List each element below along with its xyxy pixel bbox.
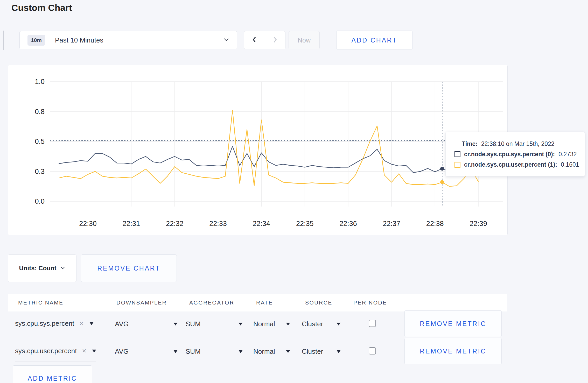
dropdown-arrow-icon[interactable]: [92, 350, 96, 352]
source-select[interactable]: Cluster: [302, 338, 341, 365]
x-axis-label: 22:30: [79, 220, 97, 228]
aggregator-select[interactable]: SUM: [186, 338, 243, 365]
dropdown-arrow-icon[interactable]: [89, 322, 94, 325]
units-label: Units: Count: [19, 265, 57, 272]
chart-tooltip: Time: 22:38:10 on Mar 15th, 2022 cr.node…: [445, 132, 585, 176]
clear-metric-icon[interactable]: ×: [79, 319, 83, 328]
aggregator-select[interactable]: SUM: [186, 310, 243, 337]
remove-metric-button[interactable]: REMOVE METRIC: [404, 338, 502, 364]
column-header-source: SOURCE: [305, 300, 332, 306]
now-button[interactable]: Now: [289, 31, 320, 49]
page-title: Custom Chart: [11, 3, 72, 13]
downsampler-select-value: AVG: [115, 320, 129, 328]
metric-row: sys.cpu.user.percent×AVGSUMNormalCluster…: [8, 338, 507, 365]
rate-select-value: Normal: [253, 320, 275, 328]
metrics-table-header: METRIC NAME DOWNSAMPLER AGGREGATOR RATE …: [8, 294, 507, 311]
prev-time-button[interactable]: [244, 31, 265, 49]
tooltip-series-label: cr.node.sys.cpu.sys.percent (0):: [464, 151, 555, 158]
units-dropdown[interactable]: Units: Count: [8, 254, 76, 282]
tooltip-series-label: cr.node.sys.cpu.user.percent (1):: [464, 161, 557, 168]
dropdown-arrow-icon: [173, 323, 178, 325]
x-axis-label: 22:31: [123, 220, 140, 228]
x-axis-label: 22:32: [166, 220, 184, 228]
aggregator-select-value: SUM: [186, 347, 201, 356]
downsampler-select-value: AVG: [115, 347, 129, 356]
metric-name-dropdown[interactable]: sys.cpu.user.percent×: [15, 342, 96, 361]
per-node-checkbox[interactable]: [369, 320, 376, 327]
tooltip-series-value: 0.2732: [558, 151, 577, 158]
clear-metric-icon[interactable]: ×: [82, 347, 86, 355]
add-metric-button[interactable]: ADD METRIC: [13, 365, 92, 383]
dropdown-arrow-icon: [337, 323, 341, 325]
series-line-user: [59, 110, 478, 186]
x-axis-label: 22:38: [426, 220, 444, 228]
y-axis-label: 0.5: [35, 138, 45, 145]
remove-chart-button[interactable]: REMOVE CHART: [81, 254, 177, 282]
y-axis-label: 0.8: [35, 108, 45, 116]
series-line-sys: [59, 146, 478, 173]
chevron-down-icon: [223, 38, 229, 42]
x-axis-label: 22:37: [383, 220, 401, 228]
column-header-metric-name: METRIC NAME: [18, 300, 64, 306]
x-axis-label: 22:33: [209, 220, 227, 228]
add-chart-button[interactable]: ADD CHART: [336, 31, 412, 50]
x-axis-label: 22:34: [253, 220, 270, 228]
per-node-checkbox[interactable]: [369, 347, 376, 354]
rate-select[interactable]: Normal: [253, 310, 290, 337]
x-axis-label: 22:36: [339, 220, 357, 228]
downsampler-select[interactable]: AVG: [115, 338, 178, 365]
column-header-rate: RATE: [256, 300, 273, 306]
dropdown-arrow-icon: [239, 323, 243, 325]
y-axis-label: 0.0: [35, 197, 45, 205]
tooltip-series-value: 0.1601: [561, 161, 579, 168]
time-nav-group: [244, 31, 285, 49]
x-axis-label: 22:35: [296, 220, 314, 228]
next-time-button[interactable]: [265, 31, 285, 49]
column-header-per-node: PER NODE: [353, 300, 387, 306]
chevron-left-icon: [252, 36, 257, 44]
custom-chart-plot[interactable]: 0.00.30.50.81.022:3022:3122:3222:3322:34…: [8, 65, 507, 235]
sys-series-swatch: [454, 151, 460, 157]
column-header-downsampler: DOWNSAMPLER: [116, 300, 167, 306]
remove-metric-button[interactable]: REMOVE METRIC: [404, 310, 502, 337]
metric-name-dropdown[interactable]: sys.cpu.sys.percent×: [15, 314, 94, 334]
time-range-dropdown[interactable]: 10m Past 10 Minutes: [19, 31, 237, 49]
crosshair-point: [440, 180, 444, 184]
source-select-value: Cluster: [302, 347, 323, 356]
downsampler-select[interactable]: AVG: [115, 310, 178, 337]
metric-name-value: sys.cpu.sys.percent: [15, 320, 74, 328]
tooltip-time-label: Time:: [462, 140, 478, 147]
time-range-badge: 10m: [27, 35, 45, 46]
user-series-swatch: [454, 162, 460, 168]
rate-select[interactable]: Normal: [253, 338, 290, 365]
rate-select-value: Normal: [253, 347, 275, 356]
y-axis-label: 0.3: [35, 168, 45, 175]
column-header-aggregator: AGGREGATOR: [189, 300, 234, 306]
source-select[interactable]: Cluster: [302, 310, 341, 337]
time-range-label: Past 10 Minutes: [55, 36, 103, 44]
left-divider: [3, 31, 4, 50]
y-axis-label: 1.0: [35, 78, 45, 86]
dropdown-arrow-icon: [173, 350, 178, 353]
dropdown-arrow-icon: [239, 350, 243, 353]
crosshair-point: [440, 167, 444, 171]
x-axis-label: 22:39: [470, 220, 487, 228]
dropdown-arrow-icon: [286, 323, 290, 325]
metric-name-value: sys.cpu.user.percent: [15, 347, 77, 355]
metric-row: sys.cpu.sys.percent×AVGSUMNormalClusterR…: [8, 310, 507, 337]
chevron-right-icon: [272, 36, 278, 44]
source-select-value: Cluster: [302, 320, 323, 328]
dropdown-arrow-icon: [286, 350, 290, 353]
tooltip-time-value: 22:38:10 on Mar 15th, 2022: [481, 140, 555, 147]
dropdown-arrow-icon: [337, 350, 341, 353]
chevron-down-icon: [60, 266, 65, 271]
aggregator-select-value: SUM: [186, 320, 201, 328]
